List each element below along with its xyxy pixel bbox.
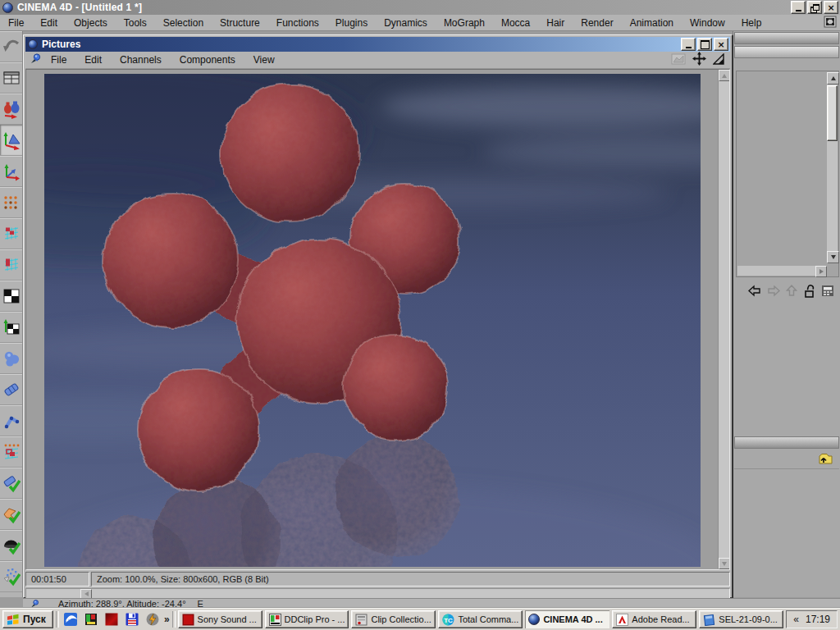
menu-tools[interactable]: Tools <box>116 17 155 29</box>
pictures-minimize-button[interactable] <box>681 38 696 51</box>
panel-handle-bar[interactable] <box>734 32 839 44</box>
soundforge-icon <box>182 614 194 626</box>
enable-dome-icon[interactable] <box>0 530 22 561</box>
pan-icon[interactable] <box>692 52 706 68</box>
menu-selection[interactable]: Selection <box>155 17 212 29</box>
scroll-up-icon[interactable] <box>827 72 839 84</box>
tray-chevron[interactable]: « <box>793 614 799 625</box>
texture-checker-icon[interactable] <box>0 281 22 312</box>
histogram-icon[interactable] <box>671 53 686 67</box>
quicklaunch-overflow[interactable]: » <box>164 614 170 625</box>
copy-objects-icon[interactable] <box>0 94 22 125</box>
task-total-commander[interactable]: TC Total Comma... <box>438 610 523 628</box>
task-sel-doc[interactable]: SEL-21-09-0... <box>699 610 783 628</box>
task-adobe-reader[interactable]: Adobe Read... <box>612 610 696 628</box>
pictures-close-button[interactable]: × <box>714 38 728 51</box>
lightning-icon[interactable] <box>144 610 162 628</box>
pictures-window-icon <box>28 39 38 49</box>
taskbar: Пуск » Sony Sound ... DDClip Pro - ... C… <box>0 608 840 630</box>
pictures-titlebar[interactable]: Pictures × <box>25 37 730 52</box>
rendered-image[interactable] <box>44 74 701 567</box>
ik-bones-icon[interactable] <box>0 405 22 436</box>
point-snap-icon[interactable] <box>0 187 22 218</box>
pictures-scroll-down-icon[interactable] <box>719 558 730 569</box>
browser-row <box>734 451 839 469</box>
panel-handle-bar-2[interactable] <box>734 46 839 58</box>
pictures-menu-view[interactable]: View <box>244 54 284 66</box>
menu-file[interactable]: File <box>0 17 32 29</box>
folder-up-icon[interactable] <box>817 451 834 468</box>
pushpin-icon[interactable] <box>30 52 42 67</box>
main-restore-button[interactable] <box>807 1 822 14</box>
zoom-size-info: Zoom: 100.0%, Size: 800x600, RGB (8 Bit) <box>91 572 730 587</box>
enable-particles-icon[interactable] <box>0 561 22 592</box>
sphere-bottom-right <box>344 335 449 440</box>
sphere-left <box>104 193 239 327</box>
up-arrow-icon[interactable] <box>786 285 797 299</box>
right-panel-hscrollbar[interactable] <box>737 266 827 276</box>
undo-icon[interactable] <box>0 31 22 62</box>
main-minimize-button[interactable] <box>791 1 806 14</box>
pictures-menu-channels[interactable]: Channels <box>111 54 171 66</box>
sphere-top <box>221 84 359 222</box>
left-toolbar <box>0 31 23 597</box>
menu-objects[interactable]: Objects <box>66 17 116 29</box>
main-close-button[interactable]: × <box>824 1 838 14</box>
soundforge-quick-icon[interactable] <box>103 610 121 628</box>
task-ddclip[interactable]: DDClip Pro - ... <box>265 610 349 628</box>
back-arrow-icon[interactable] <box>748 285 761 299</box>
task-clip-collection[interactable]: Clip Collectio... <box>351 610 436 628</box>
unlock-icon[interactable] <box>803 285 815 300</box>
menu-help[interactable]: Help <box>733 17 770 29</box>
scroll-right-icon[interactable] <box>815 266 827 277</box>
pictures-menu-edit[interactable]: Edit <box>75 54 111 66</box>
attribute-nav <box>736 282 838 302</box>
menu-structure[interactable]: Structure <box>212 17 268 29</box>
menu-render[interactable]: Render <box>573 17 621 29</box>
forward-arrow-icon[interactable] <box>767 285 780 299</box>
pictures-menu-components[interactable]: Components <box>171 54 244 66</box>
texture-axis-icon[interactable] <box>0 312 22 343</box>
right-panel-vscrollbar[interactable] <box>827 72 838 263</box>
menu-plugins[interactable]: Plugins <box>327 17 376 29</box>
pictures-scroll-up-icon[interactable] <box>719 70 730 81</box>
cinema4d-app-icon <box>2 2 13 13</box>
enable-generator-icon[interactable] <box>0 499 22 530</box>
menu-edit[interactable]: Edit <box>32 17 66 29</box>
adobe-reader-icon <box>616 614 628 626</box>
taskbar-separator <box>172 611 176 628</box>
ie-icon[interactable] <box>62 610 80 628</box>
manager-icon[interactable] <box>821 285 834 299</box>
move-model-icon[interactable] <box>0 125 22 156</box>
axis-icon[interactable] <box>0 156 22 187</box>
notes-doc-icon <box>703 614 715 626</box>
enable-deformer-icon[interactable] <box>0 468 22 499</box>
windows-logo-icon <box>7 614 20 626</box>
panel-divider-bar[interactable] <box>734 436 839 449</box>
floppy-icon[interactable] <box>123 610 141 628</box>
menu-mograph[interactable]: MoGraph <box>436 17 493 29</box>
menu-dynamics[interactable]: Dynamics <box>376 17 436 29</box>
task-cinema4d[interactable]: CINEMA 4D ... <box>525 610 609 628</box>
scroll-down-icon[interactable] <box>827 251 839 263</box>
menu-window[interactable]: Window <box>682 17 733 29</box>
window-mode-icon[interactable] <box>824 16 837 30</box>
pictures-menu-file[interactable]: File <box>42 54 75 66</box>
start-button[interactable]: Пуск <box>2 610 53 628</box>
menu-mocca[interactable]: Mocca <box>493 17 538 29</box>
weight-grid-icon[interactable] <box>0 436 22 468</box>
compare-icon[interactable] <box>713 53 725 67</box>
hypernurbs-icon[interactable] <box>0 374 22 405</box>
metaball-icon[interactable] <box>0 343 22 374</box>
menu-functions[interactable]: Functions <box>268 17 327 29</box>
pictures-maximize-button[interactable] <box>697 38 712 51</box>
viewport-layout-icon[interactable] <box>0 62 22 94</box>
clip-collection-icon <box>355 614 368 626</box>
pictures-vscrollbar[interactable] <box>718 70 729 569</box>
polygon-grid-icon-b[interactable] <box>0 249 22 281</box>
menu-hair[interactable]: Hair <box>538 17 573 29</box>
menu-animation[interactable]: Animation <box>622 17 682 29</box>
task-sony-sound[interactable]: Sony Sound ... <box>178 610 262 628</box>
ddclip-quick-icon[interactable] <box>82 610 100 628</box>
polygon-grid-icon-a[interactable] <box>0 218 22 249</box>
